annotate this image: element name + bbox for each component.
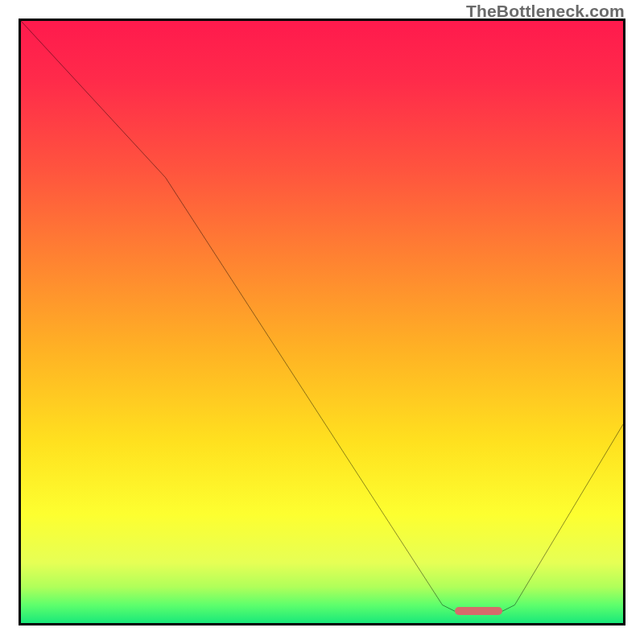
curve-line [21,21,623,623]
plot-area [19,19,625,625]
optimal-range-marker [455,607,503,615]
bottleneck-chart: TheBottleneck.com [0,0,644,644]
